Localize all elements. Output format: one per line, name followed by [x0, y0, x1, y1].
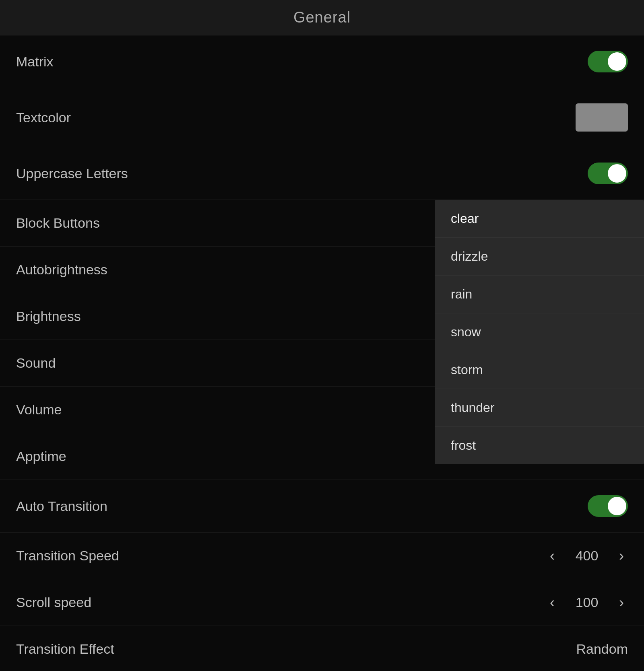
- dropdown-item-clear[interactable]: clear: [435, 200, 644, 238]
- transition-effect-value[interactable]: Random: [576, 641, 628, 657]
- autobrightness-label: Autobrightness: [16, 262, 107, 278]
- dropdown-item-rain[interactable]: rain: [435, 276, 644, 313]
- header: General: [0, 0, 644, 35]
- uppercase-letters-control: [588, 163, 628, 184]
- volume-label: Volume: [16, 402, 62, 418]
- scroll-speed-value: 100: [571, 595, 603, 610]
- transition-speed-decrement-button[interactable]: ‹: [546, 549, 559, 563]
- textcolor-label: Textcolor: [16, 110, 71, 126]
- dropdown-item-snow[interactable]: snow: [435, 313, 644, 351]
- setting-row-block-buttons: Block Buttons clear drizzle rain snow st…: [0, 200, 644, 247]
- matrix-toggle[interactable]: [588, 51, 628, 72]
- setting-row-textcolor: Textcolor: [0, 88, 644, 147]
- block-buttons-label: Block Buttons: [16, 215, 100, 231]
- setting-row-uppercase-letters: Uppercase Letters: [0, 147, 644, 200]
- scroll-speed-increment-button[interactable]: ›: [615, 595, 628, 610]
- auto-transition-label: Auto Transition: [16, 498, 107, 514]
- apptime-label: Apptime: [16, 449, 66, 464]
- setting-row-transition-speed: Transition Speed ‹ 400 ›: [0, 533, 644, 579]
- setting-row-auto-transition: Auto Transition: [0, 480, 644, 533]
- dropdown-item-thunder[interactable]: thunder: [435, 389, 644, 427]
- dropdown-item-storm[interactable]: storm: [435, 351, 644, 389]
- matrix-control: [588, 51, 628, 72]
- transition-speed-control: ‹ 400 ›: [546, 548, 628, 564]
- scroll-speed-label: Scroll speed: [16, 595, 91, 610]
- transition-speed-increment-button[interactable]: ›: [615, 549, 628, 563]
- settings-list: Matrix Textcolor Uppercase Letters Block…: [0, 35, 644, 671]
- dropdown-item-drizzle[interactable]: drizzle: [435, 238, 644, 276]
- auto-transition-toggle[interactable]: [588, 495, 628, 517]
- transition-effect-label: Transition Effect: [16, 641, 114, 657]
- auto-transition-control: [588, 495, 628, 517]
- setting-row-transition-effect: Transition Effect Random: [0, 626, 644, 671]
- transition-speed-value: 400: [571, 548, 603, 564]
- color-swatch[interactable]: [576, 103, 628, 132]
- sound-label: Sound: [16, 355, 56, 371]
- transition-effect-control: Random: [576, 641, 628, 657]
- dropdown-item-frost[interactable]: frost: [435, 427, 644, 464]
- uppercase-letters-toggle[interactable]: [588, 163, 628, 184]
- scroll-speed-control: ‹ 100 ›: [546, 595, 628, 610]
- scroll-speed-stepper: ‹ 100 ›: [546, 595, 628, 610]
- scroll-speed-decrement-button[interactable]: ‹: [546, 595, 559, 610]
- setting-row-matrix: Matrix: [0, 35, 644, 88]
- transition-speed-stepper: ‹ 400 ›: [546, 548, 628, 564]
- weather-dropdown: clear drizzle rain snow storm thunder fr…: [435, 200, 644, 464]
- brightness-label: Brightness: [16, 309, 81, 324]
- page-title: General: [293, 9, 351, 26]
- uppercase-letters-label: Uppercase Letters: [16, 166, 128, 181]
- matrix-label: Matrix: [16, 54, 54, 70]
- transition-speed-label: Transition Speed: [16, 548, 119, 564]
- setting-row-scroll-speed: Scroll speed ‹ 100 ›: [0, 579, 644, 626]
- textcolor-control: [576, 103, 628, 132]
